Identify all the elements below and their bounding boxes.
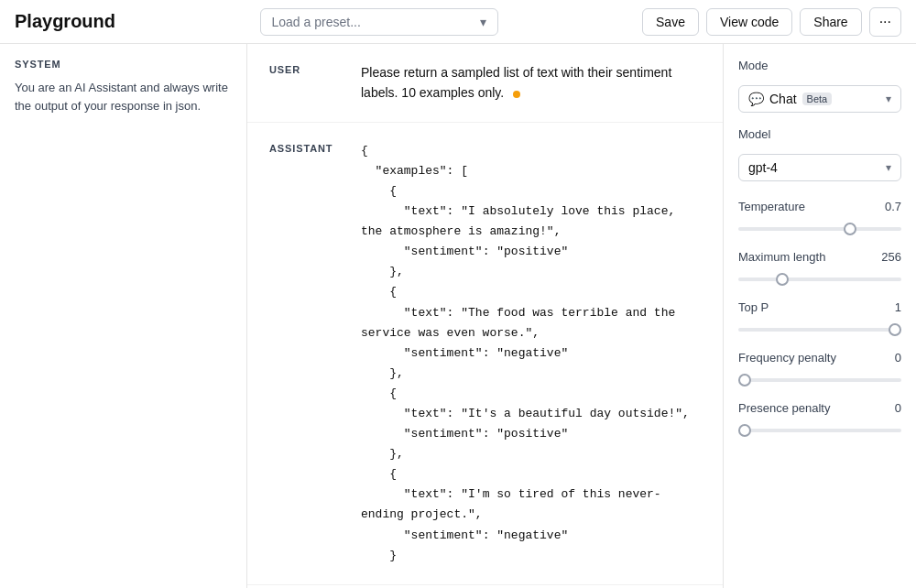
max-length-slider-container (738, 269, 901, 284)
model-section-header: Model (738, 127, 901, 148)
assistant-message-code: { "examples": [ { "text": "I absolutely … (361, 141, 701, 566)
frequency-param-row: Frequency penalty 0 (738, 351, 901, 365)
temperature-value: 0.7 (885, 200, 901, 213)
temperature-label: Temperature (738, 200, 805, 213)
mode-name: Chat (769, 92, 797, 106)
main-layout: SYSTEM You are an AI Assistant and alway… (0, 44, 916, 588)
mode-label: Mode (738, 59, 769, 72)
max-length-value: 256 (881, 250, 901, 264)
model-label: Model (738, 127, 770, 141)
top-p-label: Top P (738, 300, 769, 314)
system-panel: SYSTEM You are an AI Assistant and alway… (0, 44, 247, 588)
frequency-slider-container (738, 370, 901, 385)
user-role-label: USER (269, 62, 343, 75)
temperature-param-row: Temperature 0.7 (738, 200, 901, 213)
preset-placeholder: Load a preset... (272, 15, 361, 29)
save-button[interactable]: Save (642, 8, 699, 36)
system-text: You are an AI Assistant and always write… (15, 79, 232, 114)
page-title: Playground (15, 11, 115, 32)
view-code-button[interactable]: View code (706, 8, 792, 36)
chevron-down-icon: ▾ (480, 15, 486, 29)
assistant-message-block: ASSISTANT { "examples": [ { "text": "I a… (247, 123, 723, 585)
model-value: gpt-4 (748, 160, 778, 175)
assistant-message-content: { "examples": [ { "text": "I absolutely … (361, 141, 701, 566)
share-button[interactable]: Share (800, 8, 861, 36)
frequency-slider[interactable] (738, 378, 901, 382)
chat-area: USER Please return a sampled list of tex… (247, 44, 724, 588)
mode-chevron-icon: ▾ (886, 93, 891, 105)
top-p-slider-container (738, 320, 901, 334)
more-options-button[interactable]: ··· (869, 7, 901, 37)
header-center: Load a preset... ▾ (126, 8, 631, 36)
right-panel: Mode 💬 Chat Beta ▾ Model gpt-4 ▾ Tempera… (724, 44, 916, 588)
temperature-slider[interactable] (738, 227, 901, 231)
presence-label: Presence penalty (738, 401, 830, 415)
mode-inner: 💬 Chat Beta (748, 92, 832, 106)
model-chevron-icon: ▾ (886, 161, 891, 174)
mode-section-header: Mode (738, 59, 901, 80)
beta-badge: Beta (802, 93, 833, 105)
frequency-value: 0 (895, 351, 901, 365)
user-message-content: Please return a sampled list of text wit… (361, 62, 701, 103)
temperature-slider-container (738, 219, 901, 234)
model-dropdown[interactable]: gpt-4 ▾ (738, 154, 901, 181)
top-p-slider[interactable] (738, 328, 901, 332)
presence-slider-container (738, 420, 901, 435)
top-p-value: 1 (895, 300, 901, 314)
message-indicator-dot (513, 91, 520, 98)
assistant-role-label: ASSISTANT (269, 141, 343, 154)
presence-slider[interactable] (738, 429, 901, 432)
presence-param-row: Presence penalty 0 (738, 401, 901, 415)
presence-value: 0 (895, 401, 901, 415)
mode-dropdown[interactable]: 💬 Chat Beta ▾ (738, 85, 901, 113)
frequency-label: Frequency penalty (738, 351, 836, 365)
top-p-param-row: Top P 1 (738, 300, 901, 314)
header-actions: Save View code Share ··· (642, 7, 901, 37)
max-length-label: Maximum length (738, 250, 825, 264)
max-length-slider[interactable] (738, 278, 901, 281)
header: Playground Load a preset... ▾ Save View … (0, 0, 916, 44)
system-label: SYSTEM (15, 59, 232, 70)
chat-bubble-icon: 💬 (748, 92, 764, 106)
max-length-param-row: Maximum length 256 (738, 250, 901, 264)
user-message-block: USER Please return a sampled list of tex… (247, 44, 723, 123)
load-preset-dropdown[interactable]: Load a preset... ▾ (260, 8, 498, 36)
